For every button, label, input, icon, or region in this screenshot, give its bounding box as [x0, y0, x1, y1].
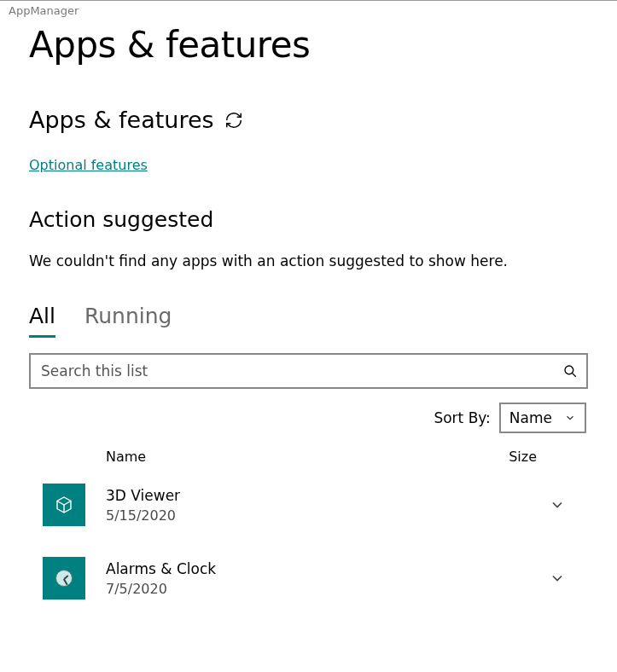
- search-input[interactable]: [39, 362, 562, 380]
- section-heading: Apps & features: [29, 107, 214, 133]
- action-suggested-empty: We couldn't find any apps with an action…: [29, 252, 588, 269]
- search-icon[interactable]: [562, 363, 578, 379]
- app-name: 3D Viewer: [106, 487, 540, 504]
- sort-by-label: Sort By:: [434, 409, 490, 426]
- sort-selected-value: Name: [509, 409, 552, 426]
- app-date: 5/15/2020: [106, 507, 540, 524]
- expand-icon[interactable]: [540, 496, 574, 513]
- svg-point-0: [565, 366, 573, 374]
- list-item[interactable]: Alarms & Clock 7/5/2020: [29, 550, 588, 606]
- optional-features-link[interactable]: Optional features: [29, 157, 148, 173]
- column-header-size: Size: [509, 449, 537, 465]
- cube-icon: [43, 484, 85, 526]
- refresh-icon[interactable]: [224, 111, 243, 130]
- expand-icon[interactable]: [540, 570, 574, 587]
- window-title: AppManager: [0, 1, 617, 17]
- app-date: 7/5/2020: [106, 581, 540, 597]
- column-header-name: Name: [106, 449, 509, 465]
- svg-line-1: [573, 374, 576, 377]
- sort-select[interactable]: Name: [499, 403, 586, 433]
- tab-all[interactable]: All: [29, 304, 55, 338]
- search-box[interactable]: [29, 353, 588, 389]
- app-name: Alarms & Clock: [106, 560, 540, 577]
- chevron-down-icon: [564, 412, 576, 424]
- page-title: Apps & features: [29, 24, 588, 66]
- tab-running[interactable]: Running: [84, 304, 172, 335]
- action-suggested-heading: Action suggested: [29, 207, 588, 232]
- list-item[interactable]: 3D Viewer 5/15/2020: [29, 477, 588, 533]
- clock-icon: [43, 557, 85, 600]
